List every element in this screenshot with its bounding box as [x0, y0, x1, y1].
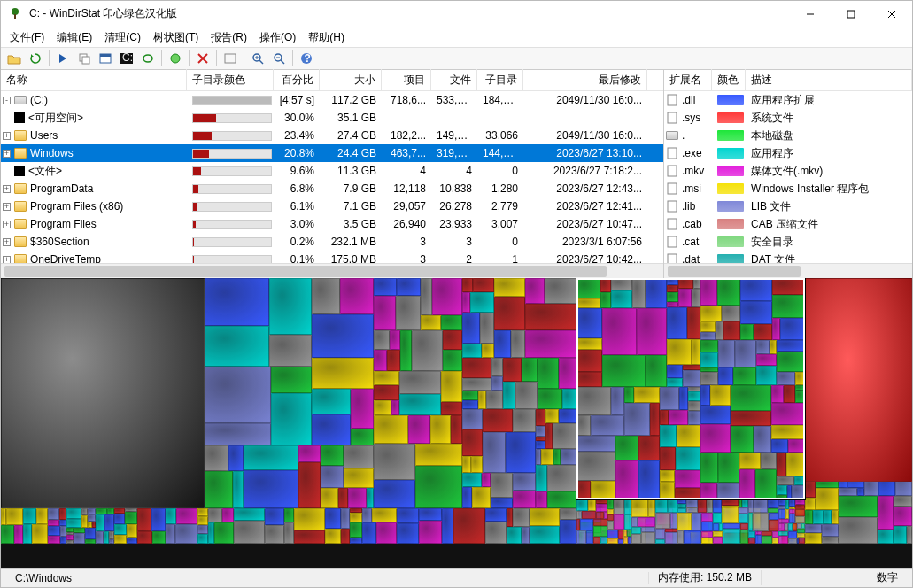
treemap[interactable]: [1, 278, 912, 568]
treemap-block[interactable]: [96, 531, 104, 544]
treemap-block[interactable]: [761, 453, 777, 469]
tree-expander[interactable]: -: [3, 97, 11, 104]
treemap-block[interactable]: [718, 340, 735, 368]
treemap-block[interactable]: [576, 452, 615, 481]
treemap-block[interactable]: [362, 508, 372, 522]
treemap-block[interactable]: [374, 385, 399, 400]
treemap-block[interactable]: [562, 389, 576, 409]
menu-item[interactable]: 编辑(E): [51, 28, 97, 47]
treemap-block[interactable]: [545, 278, 576, 304]
treemap-block[interactable]: [576, 372, 602, 387]
treemap-block[interactable]: [607, 538, 618, 544]
treemap-block[interactable]: [768, 499, 778, 508]
treemap-block[interactable]: [312, 314, 374, 358]
treemap-block[interactable]: [593, 519, 607, 526]
treemap-block[interactable]: [788, 439, 805, 453]
treemap-block[interactable]: [771, 425, 805, 439]
treemap-block[interactable]: [593, 537, 600, 544]
treemap-block[interactable]: [471, 456, 483, 473]
treemap-block[interactable]: [667, 285, 678, 292]
treemap-block[interactable]: [805, 524, 822, 533]
treemap-block[interactable]: [271, 393, 312, 445]
treemap-block[interactable]: [839, 517, 878, 544]
treemap-block[interactable]: [576, 298, 600, 308]
treemap-block[interactable]: [660, 447, 676, 470]
treemap-block[interactable]: [48, 520, 59, 526]
treemap-block[interactable]: [600, 292, 611, 308]
treemap-block[interactable]: [593, 526, 607, 537]
treemap-block[interactable]: [485, 522, 507, 544]
treemap-block[interactable]: [857, 488, 864, 496]
treemap-block[interactable]: [513, 508, 530, 527]
column-header[interactable]: 项目: [382, 69, 431, 91]
menu-item[interactable]: 文件(F): [4, 28, 50, 47]
treemap-block[interactable]: [739, 469, 755, 499]
treemap-block[interactable]: [667, 278, 678, 285]
treemap-block[interactable]: [795, 509, 805, 516]
treemap-block[interactable]: [372, 508, 397, 522]
treemap-block[interactable]: [205, 423, 271, 445]
table-row[interactable]: .本地磁盘: [664, 127, 912, 144]
treemap-block[interactable]: [607, 514, 614, 521]
treemap-block[interactable]: [607, 499, 614, 509]
treemap-block[interactable]: [667, 365, 683, 378]
close-button[interactable]: [871, 1, 912, 27]
treemap-block[interactable]: [351, 389, 374, 429]
treemap-block[interactable]: [14, 525, 23, 544]
treemap-block[interactable]: [667, 378, 683, 387]
treemap-block[interactable]: [668, 499, 677, 513]
treemap-block[interactable]: [1, 278, 205, 508]
treemap-block[interactable]: [271, 367, 312, 393]
treemap-block[interactable]: [374, 400, 391, 415]
treemap-block[interactable]: [513, 409, 536, 432]
treemap-block[interactable]: [114, 514, 125, 524]
treemap-block[interactable]: [739, 453, 761, 469]
treemap-block[interactable]: [390, 330, 400, 350]
table-row[interactable]: +Program Files (x86)6.1%7.1 GB29,05726,2…: [1, 197, 663, 215]
treemap-block[interactable]: [415, 466, 462, 508]
table-row[interactable]: +Program Files3.0%3.5 GB26,94023,9333,00…: [1, 215, 663, 233]
menu-item[interactable]: 操作(O): [254, 28, 301, 47]
treemap-block[interactable]: [646, 278, 667, 308]
treemap-block[interactable]: [205, 471, 233, 508]
treemap-block[interactable]: [789, 514, 795, 523]
treemap-block[interactable]: [740, 324, 754, 340]
treemap-block[interactable]: [107, 508, 114, 514]
treemap-block[interactable]: [754, 324, 772, 340]
treemap-block[interactable]: [522, 527, 530, 544]
treemap-block[interactable]: [576, 530, 586, 544]
treemap-block[interactable]: [805, 481, 816, 498]
treemap-block[interactable]: [687, 307, 700, 339]
treemap-block[interactable]: [615, 436, 638, 460]
treemap-block[interactable]: [692, 289, 700, 307]
treemap-block[interactable]: [700, 306, 722, 321]
treemap-block[interactable]: [127, 538, 137, 544]
treemap-block[interactable]: [511, 330, 525, 358]
treemap-block[interactable]: [686, 499, 698, 507]
treemap-block[interactable]: [344, 445, 374, 468]
treemap-block[interactable]: [48, 526, 60, 536]
treemap-block[interactable]: [234, 521, 265, 544]
treemap-block[interactable]: [483, 409, 513, 432]
treemap-block[interactable]: [23, 508, 36, 524]
treemap-block[interactable]: [754, 499, 768, 513]
column-header[interactable]: 大小: [320, 69, 382, 91]
treemap-block[interactable]: [717, 278, 740, 306]
treemap-block[interactable]: [321, 466, 344, 488]
treemap-block[interactable]: [462, 456, 471, 473]
treemap-block[interactable]: [81, 508, 88, 515]
treemap-block[interactable]: [374, 444, 415, 480]
treemap-block[interactable]: [772, 318, 780, 340]
treemap-block[interactable]: [494, 278, 525, 297]
table-row[interactable]: .datDAT 文件: [664, 251, 912, 263]
column-header[interactable]: 描述: [746, 69, 912, 91]
treemap-block[interactable]: [675, 470, 700, 488]
treemap-block[interactable]: [503, 382, 515, 409]
column-header[interactable]: 颜色: [712, 69, 746, 91]
treemap-block[interactable]: [432, 278, 462, 315]
treemap-block[interactable]: [777, 352, 805, 372]
treemap-block[interactable]: [770, 340, 777, 354]
treemap-block[interactable]: [723, 529, 740, 544]
treemap-block[interactable]: [208, 508, 222, 522]
treemap-block[interactable]: [66, 519, 81, 528]
